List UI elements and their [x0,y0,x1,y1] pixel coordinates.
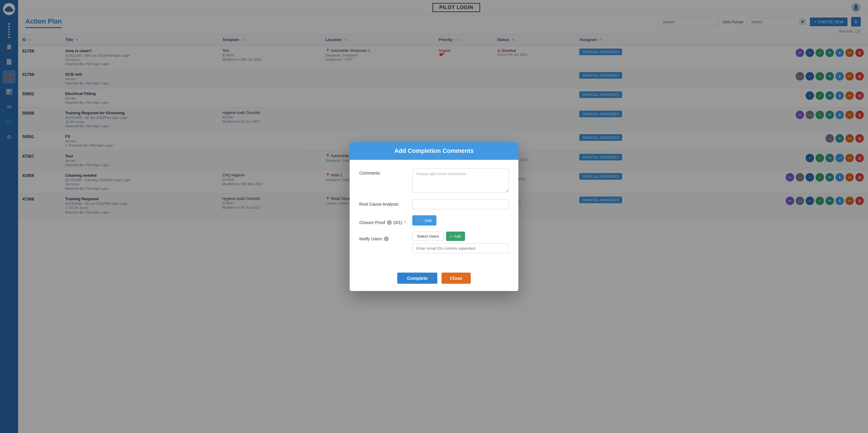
modal-body: Comments: Root Cause Analysis: Closure P… [350,160,518,268]
closure-proof-row: Closure Proof i (0/1) * 📎 Add [359,215,509,226]
add-users-button[interactable]: + Add [446,232,465,241]
root-cause-input[interactable] [412,199,509,209]
add-completion-comments-modal: Add Completion Comments Comments: Root C… [350,142,518,291]
modal-overlay: Add Completion Comments Comments: Root C… [0,0,868,433]
add-label: Add [454,234,461,238]
notify-users-row: Notify Users i Select Users + Add [359,232,509,253]
root-cause-row: Root Cause Analysis: [359,199,509,209]
closure-proof-info-icon: i [387,220,392,225]
attach-label: Add [425,218,432,223]
comments-textarea[interactable] [412,168,509,192]
paperclip-icon: 📎 [417,218,423,223]
comments-field [412,168,509,193]
attach-button[interactable]: 📎 Add [412,215,436,226]
closure-proof-field: 📎 Add [412,215,509,226]
notify-label: Notify Users [359,236,382,241]
modal-footer: Complete Close [350,268,518,291]
closure-proof-count: (0/1) [394,220,402,225]
notify-info-icon: i [384,236,389,241]
close-button[interactable]: Close [441,272,471,284]
required-indicator: * [404,220,405,225]
notify-label-container: Notify Users i [359,232,407,241]
comments-row: Comments: [359,168,509,193]
closure-proof-label: Closure Proof [359,220,385,225]
root-cause-label: Root Cause Analysis: [359,199,407,206]
modal-title: Add Completion Comments [357,147,511,154]
select-users-button[interactable]: Select Users [412,232,444,241]
email-input[interactable] [412,243,509,253]
modal-header: Add Completion Comments [350,142,518,160]
comments-label: Comments: [359,168,407,175]
complete-button[interactable]: Complete [397,272,437,284]
notify-controls: Select Users + Add [412,232,509,253]
notify-top: Select Users + Add [412,232,509,241]
root-cause-field [412,199,509,209]
closure-proof-label-container: Closure Proof i (0/1) * [359,215,407,225]
plus-icon: + [450,234,453,238]
